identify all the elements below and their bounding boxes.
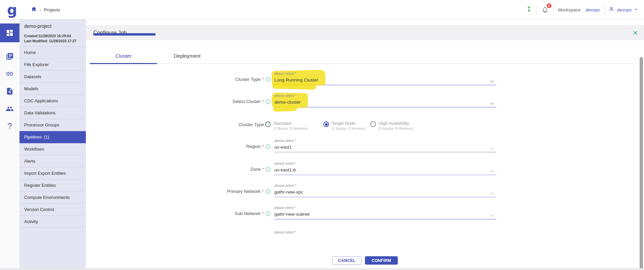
- field-label: Sub Network*: [170, 211, 270, 216]
- divider: [536, 5, 537, 14]
- sidebar-item-compute-environments[interactable]: Compute Environments: [19, 192, 86, 204]
- info-icon[interactable]: [266, 189, 270, 194]
- radio-single-node[interactable]: Single Node (1 Master, 0 Workers): [323, 121, 370, 131]
- pipelines-count: (1): [44, 134, 49, 140]
- radio-high-availability[interactable]: High Availability (3 Master, N Workers): [370, 121, 431, 131]
- sidebar-item-register-entities[interactable]: Register Entities: [19, 179, 86, 192]
- breadcrumb-separator: ›: [40, 7, 41, 12]
- sidebar-item-import-export-entities[interactable]: Import Export Entities: [19, 167, 86, 179]
- horizontal-scrollbar[interactable]: [0, 268, 644, 270]
- sidebar-item-datasets[interactable]: Datasets: [19, 71, 86, 83]
- sidebar-item-data-validations[interactable]: Data Validations: [19, 107, 86, 119]
- radio-icon: [265, 121, 271, 127]
- selected-value: Long Running Cluster: [274, 77, 496, 83]
- selected-value: demo-cluster: [274, 100, 496, 105]
- user-menu[interactable]: devops: [608, 6, 638, 13]
- project-modified: Last Modified: 11/28/2023 17:27: [24, 39, 81, 44]
- highlight-marker: [272, 83, 316, 90]
- user-icon: [608, 6, 614, 13]
- field-row-primary-network: Primary Network* please select * gathr-n…: [86, 184, 644, 201]
- brand-logo[interactable]: g: [5, 1, 19, 19]
- tab-bar: Cluster Deployment: [90, 40, 639, 64]
- tab-cluster[interactable]: Cluster: [90, 48, 157, 63]
- field-label: Cluster Type*: [170, 77, 270, 82]
- field-label: Cluster Type: [170, 122, 270, 127]
- sidebar-item-alerts[interactable]: Alerts: [19, 155, 86, 167]
- breadcrumb: › Projects: [31, 0, 60, 19]
- info-icon[interactable]: [266, 77, 270, 82]
- field-label: Zone*: [170, 167, 270, 172]
- radio-standard[interactable]: Standard (1 Master, N Workers): [265, 121, 323, 131]
- project-sidebar: demo-project Created:11/28/2023 16:29:04…: [19, 19, 86, 270]
- sidebar-item-models[interactable]: Models: [19, 83, 86, 95]
- project-name[interactable]: demo-project: [24, 23, 81, 29]
- help-icon: ?: [7, 121, 12, 131]
- home-icon[interactable]: [31, 6, 37, 13]
- sidebar-item-workflows[interactable]: Workflows: [19, 143, 86, 155]
- info-icon[interactable]: [266, 167, 270, 172]
- cancel-button[interactable]: CANCEL: [332, 256, 362, 265]
- chevron-down-icon: [490, 168, 494, 174]
- selected-value: us-east1: [274, 145, 496, 150]
- rail-item-help[interactable]: ?: [0, 117, 19, 135]
- dashboard-icon: [6, 29, 14, 37]
- sub-network-select[interactable]: please select * gathr-new-subnet: [274, 206, 496, 221]
- radio-options: Standard (1 Master, N Workers) Single No…: [265, 121, 431, 131]
- notification-count-badge: 0: [546, 3, 552, 9]
- topbar: g › Projects 0 Workspace: devops: [0, 0, 644, 19]
- rail-item-connections[interactable]: [0, 64, 19, 83]
- info-icon[interactable]: [266, 144, 270, 149]
- chevron-down-icon: [490, 78, 494, 85]
- close-icon[interactable]: [632, 30, 639, 36]
- notifications-bell-icon[interactable]: 0: [541, 5, 549, 14]
- next-field-hint: please select *: [274, 230, 296, 234]
- icon-rail: ?: [0, 19, 19, 270]
- sidebar-item-activity[interactable]: Activity: [19, 216, 86, 228]
- field-row-cluster-mode: Cluster Type Standard (1 Master, N Worke…: [86, 120, 644, 137]
- confirm-button[interactable]: CONFIRM: [365, 256, 398, 265]
- rail-item-dashboard[interactable]: [0, 23, 19, 42]
- users-icon: [6, 105, 14, 113]
- rail-item-data-search[interactable]: [0, 82, 19, 100]
- field-row-select-cluster: Select Cluster* please select * demo-clu…: [86, 94, 644, 111]
- panel-title-indicator: [93, 33, 156, 36]
- tab-deployment[interactable]: Deployment: [157, 48, 217, 63]
- footer-buttons: CANCEL CONFIRM: [86, 256, 644, 265]
- vertical-scrollbar[interactable]: [640, 57, 643, 269]
- sidebar-item-home[interactable]: Home: [19, 47, 86, 59]
- region-select[interactable]: please select * us-east1: [274, 139, 496, 154]
- sidebar-item-version-control[interactable]: Version Control: [19, 204, 86, 216]
- selected-value: gathr-new-subnet: [274, 212, 496, 217]
- document-search-icon: [6, 87, 14, 95]
- field-row-cluster-type: Cluster Type* please select * Long Runni…: [86, 72, 644, 89]
- rail-item-users[interactable]: [0, 99, 19, 118]
- resize-updown-icon[interactable]: [526, 5, 532, 14]
- panel-header: Configure Job: [86, 25, 644, 40]
- sidebar-item-file-explorer[interactable]: File Explorer: [19, 59, 86, 71]
- workspace-value-link[interactable]: devops: [586, 7, 600, 12]
- select-cluster-select[interactable]: please select * demo-cluster: [274, 94, 496, 109]
- cluster-type-select[interactable]: please select * Long Running Cluster: [274, 72, 496, 87]
- info-icon[interactable]: [266, 99, 270, 104]
- sidebar-item-cdc-applications[interactable]: CDC Applications: [19, 95, 86, 107]
- info-icon[interactable]: [266, 211, 270, 216]
- field-label: Select Cluster*: [170, 99, 270, 104]
- sidebar-item-processor-groups[interactable]: Processor Groups: [19, 119, 86, 131]
- sidebar-item-pipelines[interactable]: Pipelines (1): [19, 131, 86, 143]
- divider: [553, 5, 554, 14]
- library-icon: [6, 52, 14, 60]
- topbar-actions: 0 Workspace: devops devops: [526, 0, 638, 19]
- field-label: Region*: [170, 144, 270, 149]
- radio-icon: [370, 121, 376, 127]
- user-name: devops: [617, 7, 632, 12]
- chevron-down-icon: [490, 213, 494, 219]
- highlight-marker: [273, 106, 298, 112]
- chevron-down-icon: [634, 7, 638, 13]
- breadcrumb-page[interactable]: Projects: [44, 7, 60, 12]
- chevron-down-icon: [490, 146, 494, 152]
- app-root: g › Projects 0 Workspace: devops: [0, 0, 644, 270]
- project-header: demo-project Created:11/28/2023 16:29:04…: [19, 19, 86, 47]
- primary-network-select[interactable]: please select * gathr-new-vpc: [274, 184, 496, 199]
- rail-item-library[interactable]: [0, 47, 19, 65]
- zone-select[interactable]: please select * us-east1-b: [274, 162, 496, 177]
